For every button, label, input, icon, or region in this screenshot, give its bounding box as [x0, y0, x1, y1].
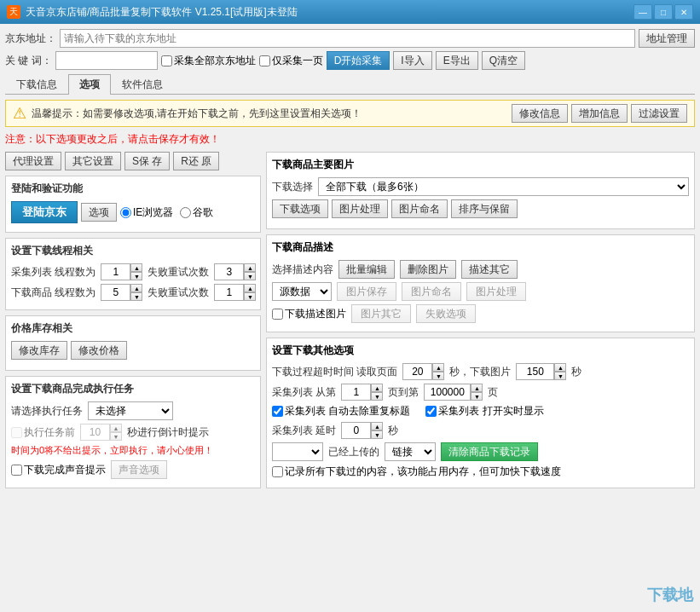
record-checkbox[interactable] — [272, 466, 283, 477]
clear-record-button[interactable]: 清除商品下载记录 — [441, 442, 538, 461]
collect-from-down[interactable]: ▼ — [371, 392, 383, 401]
collect-range-row: 采集列表 从第 ▲ ▼ 页到第 ▲ — [272, 384, 689, 401]
download-thread-input[interactable] — [101, 284, 130, 301]
collect-retry-down[interactable]: ▼ — [244, 272, 256, 280]
check-one-page-checkbox[interactable] — [259, 55, 270, 66]
img-unit-label: 秒 — [571, 365, 581, 379]
img-timeout-up[interactable]: ▲ — [554, 363, 566, 372]
collect-retry-input[interactable] — [214, 263, 244, 280]
delay-up[interactable]: ▲ — [371, 422, 383, 430]
img-timeout-arrows: ▲ ▼ — [554, 363, 566, 380]
delay-down[interactable]: ▼ — [371, 430, 383, 439]
ie-browser-label[interactable]: IE浏览器 — [120, 205, 173, 220]
desc-image-checkbox-label[interactable]: 下载描述图片 — [272, 307, 346, 321]
download-select[interactable]: 全部下载（最多6张） 只下载第一张 不下载 — [318, 177, 689, 196]
image-naming-button[interactable]: 图片命名 — [391, 199, 448, 218]
check-one-page-label[interactable]: 仅采集一页 — [259, 54, 323, 68]
page-timeout-input[interactable] — [402, 363, 432, 380]
proxy-settings-button[interactable]: 代理设置 — [5, 152, 61, 170]
tab-bar: 下载信息 选项 软件信息 — [5, 73, 695, 95]
sound-options-button[interactable]: 声音选项 — [111, 460, 167, 479]
realtime-show-checkbox[interactable] — [425, 406, 437, 417]
task-select[interactable]: 未选择 — [88, 401, 173, 420]
delay-input[interactable] — [341, 422, 371, 439]
start-collect-button[interactable]: D开始采集 — [327, 51, 390, 70]
image-processing-button[interactable]: 图片处理 — [332, 199, 388, 218]
modify-info-button[interactable]: 修改信息 — [512, 104, 568, 123]
url-input[interactable] — [60, 29, 635, 48]
chrome-browser-radio[interactable] — [180, 207, 191, 218]
check-all-label[interactable]: 采集全部京东地址 — [161, 54, 256, 68]
maximize-button[interactable]: □ — [654, 4, 673, 20]
tab-software-info[interactable]: 软件信息 — [111, 74, 174, 95]
modify-stock-button[interactable]: 修改库存 — [11, 341, 67, 360]
collect-thread-input[interactable] — [101, 263, 130, 280]
collect-to-up[interactable]: ▲ — [471, 384, 483, 392]
tab-download-info[interactable]: 下载信息 — [5, 74, 68, 95]
delay-row: 采集列表 延时 ▲ ▼ 秒 — [272, 422, 689, 439]
fail-options-button[interactable]: 失败选项 — [416, 304, 476, 323]
task-timer-text: 执行任务前 — [24, 425, 75, 440]
chrome-browser-label[interactable]: 谷歌 — [180, 205, 213, 220]
collect-to-input[interactable] — [424, 384, 471, 401]
close-button[interactable]: ✕ — [674, 4, 693, 20]
collect-from-input[interactable] — [341, 384, 371, 401]
source-select[interactable]: 源数据 — [272, 282, 332, 301]
restore-button[interactable]: R还 原 — [173, 152, 219, 170]
address-manager-button[interactable]: 地址管理 — [639, 29, 695, 48]
auto-dup-checkbox-label[interactable]: 采集列表 自动去除重复标题 — [272, 404, 410, 419]
collect-from-up[interactable]: ▲ — [371, 384, 383, 392]
other-settings-button[interactable]: 其它设置 — [65, 152, 121, 170]
sort-keep-button[interactable]: 排序与保留 — [451, 199, 518, 218]
record-checkbox-label[interactable]: 记录所有下载过的内容，该功能占用内存，但可加快下载速度 — [272, 465, 561, 479]
import-button[interactable]: I导入 — [393, 51, 431, 70]
task-select-row: 请选择执行任务 未选择 — [11, 401, 255, 420]
collect-thread-up[interactable]: ▲ — [130, 263, 142, 272]
page-timeout-up[interactable]: ▲ — [432, 363, 444, 372]
modify-price-button[interactable]: 修改价格 — [71, 341, 127, 360]
image-save-button[interactable]: 图片保存 — [337, 282, 396, 301]
link-select[interactable]: 链接 — [385, 442, 436, 461]
check-all-checkbox[interactable] — [161, 55, 172, 66]
minimize-button[interactable]: — — [633, 4, 652, 20]
realtime-show-checkbox-label[interactable]: 采集列表 打开实时显示 — [425, 404, 543, 419]
download-retry-down[interactable]: ▼ — [244, 292, 256, 301]
img-timeout-down[interactable]: ▼ — [554, 372, 566, 380]
export-button[interactable]: E导出 — [436, 51, 478, 70]
download-retry-up[interactable]: ▲ — [244, 284, 256, 292]
collect-retry-up[interactable]: ▲ — [244, 263, 256, 272]
batch-edit-button[interactable]: 批量编辑 — [338, 260, 395, 279]
upload-prefix-select[interactable] — [272, 442, 323, 461]
clear-button[interactable]: Q清空 — [482, 51, 525, 70]
image-naming-desc-button[interactable]: 图片命名 — [402, 282, 461, 301]
collect-thread-down[interactable]: ▼ — [130, 272, 142, 280]
download-thread-down[interactable]: ▼ — [130, 292, 142, 301]
desc-other-button[interactable]: 描述其它 — [461, 260, 518, 279]
keyword-input[interactable] — [55, 51, 158, 70]
realtime-show-text: 采集列表 打开实时显示 — [438, 404, 543, 419]
save-button[interactable]: S保 存 — [124, 152, 170, 170]
page-timeout-down[interactable]: ▼ — [432, 372, 444, 380]
ie-browser-radio[interactable] — [120, 207, 131, 218]
delete-image-button[interactable]: 删除图片 — [400, 260, 456, 279]
image-processing-desc-button[interactable]: 图片处理 — [466, 282, 526, 301]
download-options-button[interactable]: 下载选项 — [272, 199, 328, 218]
bottom-logo: 下载地 — [647, 585, 693, 605]
sound-checkbox-label[interactable]: 下载完成声音提示 — [11, 463, 106, 477]
auto-dup-checkbox[interactable] — [272, 406, 283, 417]
img-timeout-input[interactable] — [516, 363, 554, 380]
delay-unit-label: 秒 — [388, 424, 398, 438]
desc-image-checkbox[interactable] — [272, 309, 283, 320]
url-label: 京东地址： — [5, 32, 56, 46]
collect-to-down[interactable]: ▼ — [471, 392, 483, 401]
login-jd-button[interactable]: 登陆京东 — [11, 201, 78, 223]
login-option-button[interactable]: 选项 — [81, 203, 117, 222]
add-info-button[interactable]: 增加信息 — [571, 104, 628, 123]
sound-checkbox[interactable] — [11, 465, 22, 476]
download-retry-input[interactable] — [214, 284, 244, 301]
filter-settings-button[interactable]: 过滤设置 — [631, 104, 687, 123]
app-icon: 天 — [7, 5, 20, 19]
download-thread-up[interactable]: ▲ — [130, 284, 142, 292]
tab-options[interactable]: 选项 — [68, 74, 111, 95]
image-other-button[interactable]: 图片其它 — [351, 304, 411, 323]
